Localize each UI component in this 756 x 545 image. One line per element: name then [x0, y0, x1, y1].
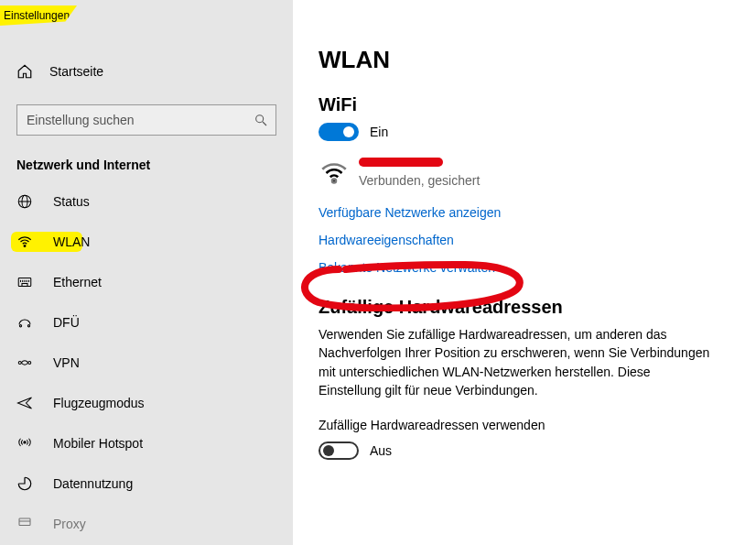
- proxy-icon: [16, 516, 33, 532]
- random-hw-subheading: Zufällige Hardwareadressen verwenden: [319, 418, 756, 432]
- search-icon: [254, 113, 268, 127]
- sidebar-item-label: WLAN: [53, 234, 90, 249]
- app-title: Einstellungen: [4, 9, 70, 22]
- settings-sidebar: Einstellungen Startseite Netzwerk und In…: [0, 0, 293, 545]
- svg-rect-18: [19, 518, 30, 526]
- sidebar-item-label: Mobiler Hotspot: [53, 436, 143, 451]
- sidebar-item-label: VPN: [53, 355, 80, 370]
- sidebar-item-airplane[interactable]: Flugzeugmodus: [0, 383, 293, 423]
- section-label: Netzwerk und Internet: [0, 136, 293, 181]
- home-icon: [16, 63, 33, 80]
- settings-main: WLAN WiFi Ein Verbunden, gesichert Verfü…: [293, 0, 756, 545]
- home-button[interactable]: Startseite: [0, 53, 293, 90]
- sidebar-item-label: Status: [53, 194, 90, 209]
- sidebar-item-label: Proxy: [53, 517, 86, 531]
- sidebar-item-label: Ethernet: [53, 275, 102, 289]
- ethernet-icon: [16, 274, 33, 290]
- dialup-icon: [16, 314, 33, 331]
- sidebar-item-vpn[interactable]: VPN: [0, 343, 293, 383]
- globe-icon: [16, 193, 33, 210]
- sidebar-item-wlan[interactable]: WLAN: [0, 222, 293, 262]
- search-box[interactable]: [16, 104, 276, 136]
- vpn-icon: [16, 354, 33, 371]
- random-hw-toggle-label: Aus: [370, 443, 392, 458]
- airplane-icon: [16, 395, 33, 411]
- wifi-heading: WiFi: [319, 94, 756, 115]
- svg-rect-7: [22, 284, 27, 287]
- annotation-circle: [293, 260, 529, 311]
- sidebar-item-hotspot[interactable]: Mobiler Hotspot: [0, 423, 293, 463]
- svg-point-5: [24, 245, 26, 247]
- svg-point-15: [18, 362, 21, 365]
- sidebar-item-label: Flugzeugmodus: [53, 396, 145, 410]
- random-hw-toggle[interactable]: [319, 441, 359, 460]
- sidebar-item-dialup[interactable]: DFÜ: [0, 302, 293, 343]
- data-usage-icon: [16, 475, 33, 492]
- svg-line-1: [263, 122, 266, 125]
- sidebar-item-data-usage[interactable]: Datennutzung: [0, 463, 293, 504]
- hardware-properties-link[interactable]: Hardwareeigenschaften: [319, 233, 756, 247]
- page-title: WLAN: [319, 46, 756, 74]
- wifi-signal-icon: [319, 158, 350, 189]
- home-label: Startseite: [49, 64, 103, 79]
- svg-point-20: [332, 180, 336, 183]
- svg-point-14: [27, 325, 29, 327]
- search-input[interactable]: [25, 112, 254, 128]
- sidebar-item-ethernet[interactable]: Ethernet: [0, 262, 293, 302]
- svg-point-0: [256, 115, 264, 123]
- hotspot-icon: [16, 435, 33, 452]
- svg-point-16: [28, 362, 31, 365]
- sidebar-item-label: DFÜ: [53, 315, 80, 330]
- wifi-toggle[interactable]: [319, 123, 359, 141]
- sidebar-item-label: Datennutzung: [53, 476, 133, 491]
- annotation-redacted-ssid: [359, 158, 443, 167]
- sidebar-item-status[interactable]: Status: [0, 181, 293, 222]
- wifi-icon: [16, 234, 33, 250]
- wifi-connection-status: Verbunden, gesichert: [359, 173, 480, 188]
- show-available-networks-link[interactable]: Verfügbare Netzwerke anzeigen: [319, 205, 756, 220]
- svg-point-17: [24, 441, 26, 443]
- sidebar-item-proxy[interactable]: Proxy: [0, 504, 293, 544]
- wifi-toggle-label: Ein: [370, 125, 388, 139]
- random-hw-description: Verwenden Sie zufällige Hardwareadressen…: [319, 325, 712, 399]
- svg-point-13: [19, 325, 21, 327]
- annotation-highlight-title: Einstellungen: [0, 5, 77, 26]
